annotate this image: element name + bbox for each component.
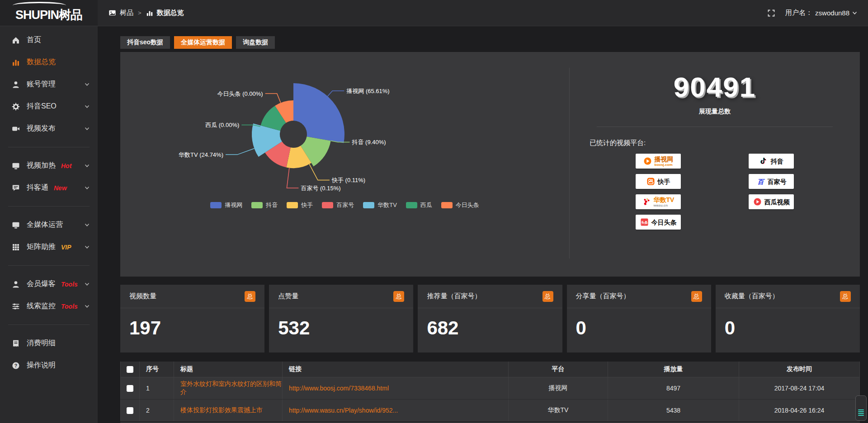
stat-card-header: 收藏量（百家号）总 [716, 285, 860, 308]
sidebar-item-视频发布[interactable]: 视频发布 [0, 118, 98, 140]
monitor-icon [12, 162, 20, 170]
stat-card-value: 682 [418, 308, 562, 339]
row-select-cell [121, 377, 140, 399]
stat-card-value: 532 [269, 308, 413, 339]
floating-widget[interactable] [855, 395, 867, 421]
platform-name: 百家号 [768, 179, 787, 185]
sidebar-item-label: 抖音SEO [27, 102, 57, 111]
table-header-row: 序号 标题 链接 平台 播放量 发布时间 [121, 362, 860, 377]
tab-抖音seo数据[interactable]: 抖音seo数据 [120, 36, 170, 49]
legend-label: 快手 [301, 201, 313, 209]
svg-text:百: 百 [757, 178, 765, 185]
col-header-time: 发布时间 [739, 362, 860, 377]
sidebar-item-抖音SEO[interactable]: 抖音SEO [0, 95, 98, 118]
legend-item-今日头条[interactable]: 今日头条 [441, 201, 479, 209]
stat-card-视频数量: 视频数量总197 [120, 285, 264, 352]
sidebar-item-label: 矩阵助推 [27, 242, 56, 252]
table-row: 1室外水纹灯和室内水纹灯的区别和简介http://www.boosj.com/7… [121, 377, 860, 399]
platform-name: 西瓜视频 [764, 199, 790, 205]
cell-plays: 5438 [608, 399, 739, 421]
col-header-index: 序号 [140, 362, 174, 377]
video-title-link[interactable]: 楼体投影灯投影效果震撼上市 [180, 406, 263, 414]
platform-badge-华数TV: 华数TVwasu.cn [636, 194, 681, 209]
sidebar-item-抖客通[interactable]: 抖客通New [0, 177, 98, 199]
sliders-icon [12, 302, 20, 310]
sidebar-badge-Hot: Hot [61, 162, 71, 169]
sidebar-badge-Tools: Tools [61, 303, 78, 310]
video-title-link[interactable]: 室外水纹灯和室内水纹灯的区别和简介 [180, 380, 282, 395]
video-url-link[interactable]: http://www.boosj.com/7338468.html [289, 385, 389, 392]
sidebar-item-账号管理[interactable]: 账号管理 [0, 73, 98, 95]
tab-询盘数据[interactable]: 询盘数据 [236, 36, 275, 49]
platform-name: 华数TV [654, 197, 675, 203]
sidebar-item-label: 账号管理 [27, 80, 56, 89]
sidebar-item-会员爆客[interactable]: 会员爆客Tools [0, 273, 98, 295]
sidebar-item-数据总览[interactable]: 数据总览 [0, 51, 98, 73]
main-content: 抖音seo数据全媒体运营数据询盘数据 播视网 (65.61%)抖音 (9.40%… [98, 26, 868, 423]
video-icon [12, 125, 20, 133]
sidebar-menu: 首页数据总览账号管理抖音SEO视频发布视频加热Hot抖客通New全媒体运营矩阵助… [0, 29, 98, 376]
legend-item-西瓜[interactable]: 西瓜 [406, 201, 432, 209]
pie-label-line [309, 164, 330, 180]
sidebar-item-消费明细[interactable]: 消费明细 [0, 332, 98, 354]
topbar-main: 树品 > 数据总览 用户名：zswodun88 [98, 0, 868, 26]
breadcrumb: 树品 > 数据总览 [108, 9, 184, 17]
platform-badge-百家号: 百百家号 [749, 174, 794, 189]
app-logo[interactable]: SHUPIN树品 [0, 0, 98, 26]
total-badge: 总 [542, 291, 553, 302]
platform-sub: boosj.com [655, 163, 673, 167]
sidebar-divider [8, 324, 90, 325]
pie-slice-播视网[interactable] [293, 83, 344, 143]
chart-bar-icon [12, 58, 20, 66]
tab-全媒体运营数据[interactable]: 全媒体运营数据 [174, 36, 232, 49]
platform-badge-快手: 快手 [636, 174, 681, 189]
sidebar-item-首页[interactable]: 首页 [0, 29, 98, 51]
row-checkbox[interactable] [127, 385, 133, 392]
summary-divider [597, 127, 833, 127]
breadcrumb-item-home[interactable]: 树品 [120, 9, 133, 17]
chevron-down-icon [85, 223, 90, 227]
rose-pie-chart: 播视网 (65.61%)抖音 (9.40%)快手 (0.11%)百家号 (0.1… [120, 52, 569, 260]
sidebar-item-矩阵助推[interactable]: 矩阵助推VIP [0, 236, 98, 258]
sidebar-item-视频加热[interactable]: 视频加热Hot [0, 155, 98, 177]
legend-swatch [287, 202, 298, 208]
stat-card-点赞量: 点赞量总532 [269, 285, 413, 352]
legend-item-快手[interactable]: 快手 [287, 201, 313, 209]
stat-card-label: 分享量（百家号） [576, 292, 630, 301]
legend-swatch [363, 202, 374, 208]
stat-card-label: 视频数量 [129, 292, 156, 301]
pie-label-华数TV: 华数TV (24.74%) [179, 151, 223, 158]
row-checkbox[interactable] [127, 407, 133, 414]
col-header-plays: 播放量 [608, 362, 739, 377]
pie-label-line [328, 91, 344, 96]
legend-swatch [210, 202, 222, 208]
legend-item-抖音[interactable]: 抖音 [251, 201, 278, 209]
sidebar-item-全媒体运营[interactable]: 全媒体运营 [0, 214, 98, 236]
legend-item-华数TV[interactable]: 华数TV [363, 201, 397, 209]
home-icon [12, 36, 20, 44]
sidebar-item-label: 数据总览 [27, 57, 56, 67]
tabs-row: 抖音seo数据全媒体运营数据询盘数据 [120, 36, 860, 49]
platform-badge-今日头条: 头条今日头条 [636, 215, 681, 230]
pie-label-快手: 快手 (0.11%) [331, 177, 365, 183]
chevron-down-icon [85, 105, 90, 108]
breadcrumb-item-current: 数据总览 [157, 9, 184, 17]
photo-icon [108, 9, 116, 17]
legend-label: 西瓜 [420, 201, 432, 209]
logo-arc-decoration [13, 2, 66, 9]
sidebar-item-label: 视频加热 [27, 161, 56, 170]
col-header-platform: 平台 [509, 362, 608, 377]
pie-chart-pane: 播视网 (65.61%)抖音 (9.40%)快手 (0.11%)百家号 (0.1… [120, 52, 569, 277]
user-menu[interactable]: 用户名：zswodun88 [785, 9, 857, 17]
sidebar-item-操作说明[interactable]: ?操作说明 [0, 354, 98, 376]
platform-badge-grid: 播视网boosj.com抖音快手百百家号华数TVwasu.cn西瓜视频头条今日头… [611, 154, 819, 230]
widget-bar [858, 415, 864, 416]
user-icon [12, 80, 20, 89]
video-url-link[interactable]: http://www.wasu.cn/Play/show/id/952... [289, 407, 398, 414]
sidebar-item-线索监控[interactable]: 线索监控Tools [0, 295, 98, 317]
legend-item-播视网[interactable]: 播视网 [210, 201, 242, 209]
select-all-checkbox[interactable] [127, 366, 133, 373]
pie-label-line [226, 149, 255, 155]
legend-item-百家号[interactable]: 百家号 [322, 201, 354, 209]
fullscreen-icon[interactable] [767, 9, 775, 17]
